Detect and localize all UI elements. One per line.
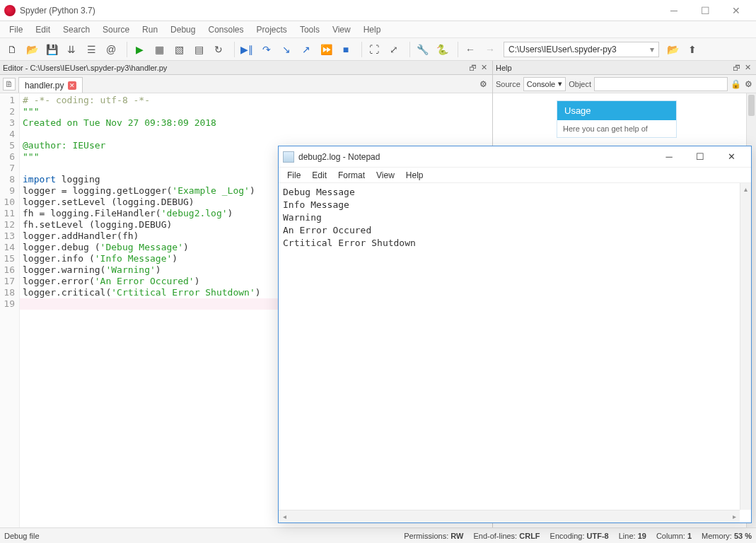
source-value: Console	[527, 80, 555, 88]
notepad-vscrollbar[interactable]: ▴	[740, 183, 751, 510]
menu-projects[interactable]: Projects	[250, 23, 293, 37]
editor-tab-label: handler.py	[25, 81, 64, 90]
run-cell-advance-icon[interactable]: ▧	[170, 40, 188, 59]
object-label: Object	[569, 80, 591, 88]
notepad-title: debug2.log - Notepad	[298, 152, 653, 162]
save-icon[interactable]: 💾	[42, 40, 61, 59]
notepad-menu-edit[interactable]: Edit	[306, 169, 332, 182]
menu-edit[interactable]: Edit	[29, 23, 57, 37]
pythonpath-icon[interactable]: 🐍	[433, 40, 451, 59]
tab-close-icon[interactable]: ✕	[68, 81, 76, 90]
rerun-icon[interactable]: ↻	[209, 40, 228, 59]
step-into-icon[interactable]: ↘	[277, 40, 296, 59]
editor-tab[interactable]: handler.py ✕	[18, 77, 83, 93]
menu-debug[interactable]: Debug	[164, 23, 202, 37]
menu-run[interactable]: Run	[136, 23, 164, 37]
notepad-menubar: FileEditFormatViewHelp	[279, 168, 751, 183]
open-file-icon[interactable]: 📂	[23, 40, 41, 59]
step-over-icon[interactable]: ↷	[257, 40, 276, 59]
lock-icon[interactable]: 🔒	[731, 79, 740, 89]
notepad-menu-help[interactable]: Help	[400, 169, 429, 182]
fullscreen-icon[interactable]: ⤢	[385, 40, 403, 59]
list-icon[interactable]: ☰	[82, 40, 100, 59]
status-eol: End-of-lines: CRLF	[473, 532, 540, 540]
at-icon[interactable]: @	[102, 40, 120, 59]
notepad-window[interactable]: debug2.log - Notepad ─ ☐ ✕ FileEditForma…	[278, 146, 752, 523]
help-pane-title: Help	[496, 64, 512, 72]
chevron-down-icon[interactable]: ▾	[650, 45, 654, 54]
help-pane-header: Help 🗗 ✕	[493, 61, 756, 75]
editor-options-icon[interactable]: ⚙	[477, 78, 489, 90]
undock-icon[interactable]: 🗗	[467, 62, 478, 74]
window-title: Spyder (Python 3.7)	[20, 6, 658, 16]
editor-tab-row: 🗎 handler.py ✕ ⚙	[0, 75, 492, 93]
close-button[interactable]: ✕	[721, 1, 752, 21]
menu-file[interactable]: File	[3, 23, 29, 37]
browse-dir-icon[interactable]: 📂	[663, 40, 682, 59]
notepad-minimize-button[interactable]: ─	[653, 147, 685, 167]
usage-body-text: Here you can get help of	[557, 120, 676, 137]
pane-close-icon[interactable]: ✕	[478, 62, 489, 74]
app-icon	[4, 5, 16, 16]
notepad-hscrollbar[interactable]: ◂▸	[279, 510, 740, 522]
editor-pane-header: Editor - C:\Users\IEUser\.spyder-py3\han…	[0, 61, 492, 75]
object-input[interactable]	[594, 77, 728, 91]
usage-panel: Usage Here you can get help of	[557, 100, 677, 138]
save-all-icon[interactable]: ⇊	[62, 40, 81, 59]
notepad-close-button[interactable]: ✕	[716, 147, 747, 167]
new-file-icon[interactable]: 🗋	[3, 40, 21, 59]
run-selection-icon[interactable]: ▤	[190, 40, 208, 59]
menu-view[interactable]: View	[326, 23, 357, 37]
run-cell-icon[interactable]: ▦	[150, 40, 168, 59]
continue-icon[interactable]: ⏩	[317, 40, 335, 59]
help-options-icon[interactable]: ⚙	[743, 79, 753, 89]
run-icon[interactable]: ▶	[130, 40, 149, 59]
menu-source[interactable]: Source	[96, 23, 136, 37]
source-label: Source	[496, 80, 521, 88]
status-column: Column: 1	[656, 532, 692, 540]
preferences-icon[interactable]: 🔧	[413, 40, 431, 59]
notepad-menu-format[interactable]: Format	[332, 169, 371, 182]
menu-tools[interactable]: Tools	[293, 23, 326, 37]
notepad-icon	[283, 151, 294, 163]
menubar: FileEditSearchSourceRunDebugConsolesProj…	[0, 21, 756, 38]
maximize-pane-icon[interactable]: ⛶	[365, 40, 383, 59]
step-out-icon[interactable]: ↗	[297, 40, 315, 59]
statusbar: Debug file Permissions: RW End-of-lines:…	[0, 527, 756, 543]
notepad-titlebar[interactable]: debug2.log - Notepad ─ ☐ ✕	[279, 146, 751, 168]
notepad-menu-view[interactable]: View	[371, 169, 400, 182]
line-number-gutter: 1 2 3 4 5 6 7 8 9 10 11 12 13 14 15 16 1…	[0, 93, 20, 527]
back-icon[interactable]: ←	[461, 40, 479, 59]
usage-title: Usage	[557, 101, 676, 120]
editor-pane-title: Editor - C:\Users\IEUser\.spyder-py3\han…	[3, 64, 167, 72]
menu-search[interactable]: Search	[57, 23, 96, 37]
help-undock-icon[interactable]: 🗗	[731, 62, 742, 74]
source-dropdown[interactable]: Console ▾	[523, 77, 566, 91]
notepad-maximize-button[interactable]: ☐	[685, 147, 716, 167]
status-line: Line: 19	[619, 532, 646, 540]
help-close-icon[interactable]: ✕	[742, 62, 753, 74]
menu-consoles[interactable]: Consoles	[202, 23, 250, 37]
menu-help[interactable]: Help	[357, 23, 388, 37]
stop-debug-icon[interactable]: ■	[337, 40, 355, 59]
chevron-down-icon: ▾	[558, 79, 562, 88]
titlebar: Spyder (Python 3.7) ─ ☐ ✕	[0, 0, 756, 21]
forward-icon[interactable]: →	[481, 40, 499, 59]
help-toolbar: Source Console ▾ Object 🔒 ⚙	[493, 75, 756, 93]
notepad-menu-file[interactable]: File	[281, 169, 306, 182]
file-browser-icon[interactable]: 🗎	[3, 78, 16, 90]
status-encoding: Encoding: UTF-8	[550, 532, 609, 540]
status-memory: Memory: 53 %	[702, 532, 752, 540]
working-directory-text: C:\Users\IEUser\.spyder-py3	[508, 45, 617, 54]
working-directory-input[interactable]: C:\Users\IEUser\.spyder-py3 ▾	[504, 42, 659, 57]
maximize-button[interactable]: ☐	[690, 1, 721, 21]
status-permissions: Permissions: RW	[404, 532, 463, 540]
status-left: Debug file	[4, 532, 40, 540]
debug-icon[interactable]: ▶∥	[238, 40, 256, 59]
parent-dir-icon[interactable]: ⬆	[683, 40, 702, 59]
minimize-button[interactable]: ─	[658, 1, 690, 21]
toolbar: 🗋 📂 💾 ⇊ ☰ @ ▶ ▦ ▧ ▤ ↻ ▶∥ ↷ ↘ ↗ ⏩ ■ ⛶ ⤢ 🔧…	[0, 38, 756, 61]
notepad-text-area[interactable]: Debug Message Info Message Warning An Er…	[279, 183, 751, 522]
